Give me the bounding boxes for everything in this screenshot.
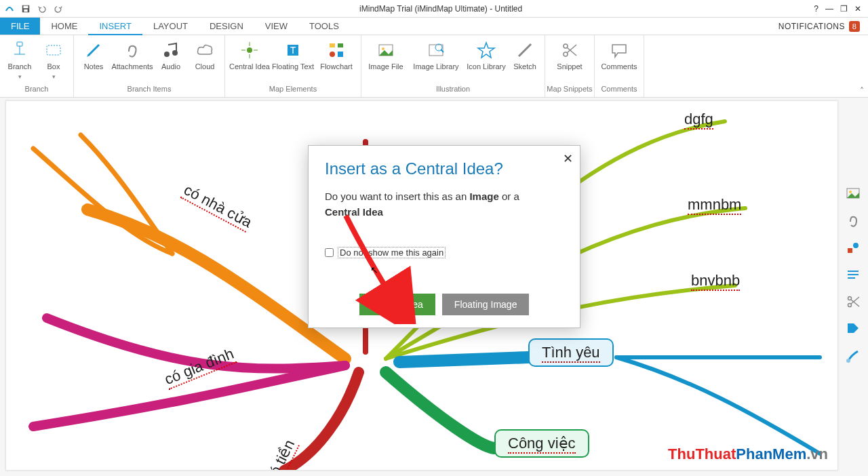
checkbox-label: Do not show me this again <box>338 247 446 258</box>
dont-show-again-checkbox[interactable]: Do not show me this again <box>325 247 564 258</box>
insert-central-idea-dialog: ✕ Insert as a Central Idea? Do you want … <box>308 145 580 328</box>
central-idea-confirm-button[interactable]: Central Idea <box>359 294 435 315</box>
dialog-close-button[interactable]: ✕ <box>563 151 573 166</box>
dialog-title: Insert as a Central Idea? <box>325 159 564 178</box>
dialog-message: Do you want to insert this as an Image o… <box>325 189 564 220</box>
checkbox-input[interactable] <box>325 248 334 257</box>
modal-overlay: ✕ Insert as a Central Idea? Do you want … <box>0 0 868 476</box>
floating-image-button[interactable]: Floating Image <box>442 294 530 315</box>
